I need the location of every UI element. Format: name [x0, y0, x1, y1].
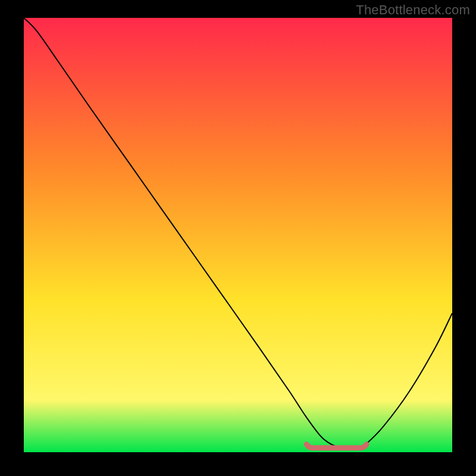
- chart-frame: TheBottleneck.com: [0, 0, 476, 476]
- plot-area: [24, 18, 452, 452]
- chart-svg: [24, 18, 452, 452]
- gradient-background: [24, 18, 452, 452]
- watermark-label: TheBottleneck.com: [356, 2, 470, 18]
